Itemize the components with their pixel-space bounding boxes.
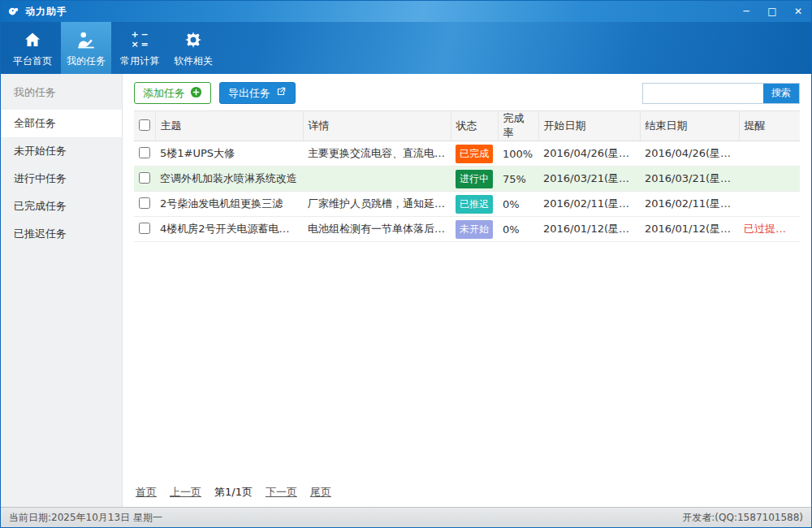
task-detail: 厂家维护人员跳槽，通知延期... bbox=[303, 192, 451, 217]
pagination: 首页 上一页 第1/1页 下一页 尾页 bbox=[123, 478, 811, 507]
task-table-body: 5楼1#UPS大修 主要更换交流电容、直流电容... 已完成 100% 2016… bbox=[134, 141, 800, 242]
task-start-date: 2016/03/21(星期一) bbox=[538, 167, 640, 192]
page-next[interactable]: 下一页 bbox=[266, 485, 297, 500]
status-badge: 已完成 bbox=[456, 145, 493, 163]
export-task-button[interactable]: 导出任务 bbox=[219, 82, 296, 104]
task-row[interactable]: 5楼1#UPS大修 主要更换交流电容、直流电容... 已完成 100% 2016… bbox=[134, 141, 800, 167]
task-end-date: 2016/04/26(星期二) bbox=[640, 141, 739, 167]
sidebar-item-postponed[interactable]: 已推迟任务 bbox=[1, 220, 122, 248]
nav-item-calculations[interactable]: + − × = 常用计算 bbox=[114, 22, 165, 74]
task-row[interactable]: 空调外机加装水喷淋系统改造 进行中 75% 2016/03/21(星期一) 20… bbox=[134, 167, 800, 192]
row-checkbox[interactable] bbox=[139, 172, 150, 184]
task-end-date: 2016/03/21(星期一) bbox=[640, 167, 739, 192]
nav-item-software[interactable]: 软件相关 bbox=[168, 22, 218, 74]
task-detail bbox=[303, 167, 451, 192]
header-start: 开始日期 bbox=[538, 111, 640, 141]
task-subject: 4楼机房2号开关电源蓄电池组... bbox=[155, 217, 303, 242]
task-row[interactable]: 4楼机房2号开关电源蓄电池组... 电池组检测有一节单体落后，... 未开始 0… bbox=[134, 217, 800, 242]
maximize-button[interactable]: □ bbox=[759, 1, 785, 22]
sidebar-item-in-progress[interactable]: 进行中任务 bbox=[1, 165, 122, 193]
row-checkbox[interactable] bbox=[139, 197, 150, 209]
task-table: 主题 详情 状态 完成率 开始日期 结束日期 提醒 5楼1#UPS大修 bbox=[123, 110, 811, 478]
status-badge: 进行中 bbox=[456, 170, 493, 188]
statusbar-current-date: 当前日期:2025年10月13日 星期一 bbox=[9, 511, 162, 525]
statusbar: 当前日期:2025年10月13日 星期一 开发者:(QQ:1587101588) bbox=[1, 507, 811, 527]
header-remind: 提醒 bbox=[739, 111, 800, 141]
search-input[interactable] bbox=[643, 84, 763, 103]
task-detail: 主要更换交流电容、直流电容... bbox=[303, 141, 451, 167]
task-remind bbox=[739, 141, 800, 167]
task-remind: 已过提醒日35... bbox=[739, 217, 800, 242]
sidebar: 我的任务 全部任务 未开始任务 进行中任务 已完成任务 已推迟任务 bbox=[1, 74, 123, 507]
task-start-date: 2016/01/12(星期二) bbox=[538, 217, 640, 242]
nav-item-home[interactable]: 平台首页 bbox=[7, 22, 58, 74]
header-end: 结束日期 bbox=[640, 111, 739, 141]
row-checkbox[interactable] bbox=[139, 147, 150, 158]
table-header-row: 主题 详情 状态 完成率 开始日期 结束日期 提醒 bbox=[134, 111, 800, 141]
page-prev[interactable]: 上一页 bbox=[170, 485, 201, 500]
app-title: 动力助手 bbox=[25, 5, 67, 19]
gear-icon bbox=[184, 28, 203, 51]
nav-item-label: 常用计算 bbox=[120, 54, 159, 68]
task-remind bbox=[739, 167, 800, 192]
task-start-date: 2016/04/26(星期二) bbox=[538, 141, 640, 167]
header-subject: 主题 bbox=[155, 111, 303, 141]
sidebar-title: 我的任务 bbox=[1, 74, 122, 110]
status-badge: 未开始 bbox=[456, 220, 493, 239]
export-icon bbox=[275, 86, 287, 100]
search-button[interactable]: 搜索 bbox=[763, 84, 799, 103]
toolbar: 添加任务 导出任务 搜索 bbox=[123, 74, 811, 110]
minimize-button[interactable]: ─ bbox=[733, 1, 759, 22]
window-controls: ─ □ ✕ bbox=[733, 1, 811, 22]
header-rate: 完成率 bbox=[498, 111, 538, 141]
nav-item-label: 软件相关 bbox=[174, 54, 213, 68]
main-nav: 平台首页 我的任务 + − × = 常用计算 软件相关 bbox=[1, 22, 811, 74]
nav-item-label: 平台首页 bbox=[13, 54, 52, 68]
close-button[interactable]: ✕ bbox=[785, 1, 811, 22]
status-badge: 已推迟 bbox=[456, 195, 493, 214]
task-row[interactable]: 2号柴油发电机组更换三滤 厂家维护人员跳槽，通知延期... 已推迟 0% 201… bbox=[134, 192, 800, 217]
sidebar-item-completed[interactable]: 已完成任务 bbox=[1, 193, 122, 220]
nav-item-my-tasks[interactable]: 我的任务 bbox=[61, 22, 111, 74]
task-detail: 电池组检测有一节单体落后，... bbox=[303, 217, 451, 242]
page-last[interactable]: 尾页 bbox=[310, 485, 331, 500]
search-box: 搜索 bbox=[642, 83, 800, 104]
header-detail: 详情 bbox=[303, 111, 451, 141]
task-subject: 空调外机加装水喷淋系统改造 bbox=[155, 167, 303, 192]
select-all-checkbox[interactable] bbox=[139, 119, 150, 131]
add-task-button[interactable]: 添加任务 bbox=[134, 82, 211, 104]
row-checkbox[interactable] bbox=[139, 223, 150, 234]
task-end-date: 2016/01/12(星期二) bbox=[640, 217, 739, 242]
nav-item-label: 我的任务 bbox=[67, 54, 106, 68]
sidebar-item-not-started[interactable]: 未开始任务 bbox=[1, 137, 122, 165]
my-tasks-icon bbox=[76, 28, 97, 51]
calculator-icon: + − × = bbox=[130, 28, 149, 51]
sidebar-item-all-tasks[interactable]: 全部任务 bbox=[1, 110, 122, 137]
page-first[interactable]: 首页 bbox=[136, 485, 157, 500]
app-logo-icon bbox=[7, 5, 20, 18]
add-circle-icon bbox=[190, 86, 202, 101]
page-current: 第1/1页 bbox=[214, 485, 253, 500]
app-window: 动力助手 ─ □ ✕ 平台首页 我的任务 + − × bbox=[0, 0, 812, 528]
task-subject: 5楼1#UPS大修 bbox=[155, 141, 303, 167]
task-subject: 2号柴油发电机组更换三滤 bbox=[155, 192, 303, 217]
titlebar: 动力助手 ─ □ ✕ bbox=[1, 1, 811, 22]
task-rate: 0% bbox=[498, 192, 538, 217]
home-icon bbox=[23, 28, 42, 51]
task-end-date: 2016/02/11(星期四) bbox=[640, 192, 739, 217]
statusbar-developer: 开发者:(QQ:1587101588) bbox=[682, 511, 803, 525]
header-status: 状态 bbox=[451, 111, 498, 141]
task-start-date: 2016/02/11(星期四) bbox=[538, 192, 640, 217]
task-rate: 0% bbox=[498, 217, 538, 242]
task-rate: 75% bbox=[498, 167, 538, 192]
task-remind bbox=[739, 192, 800, 217]
task-rate: 100% bbox=[498, 141, 538, 167]
